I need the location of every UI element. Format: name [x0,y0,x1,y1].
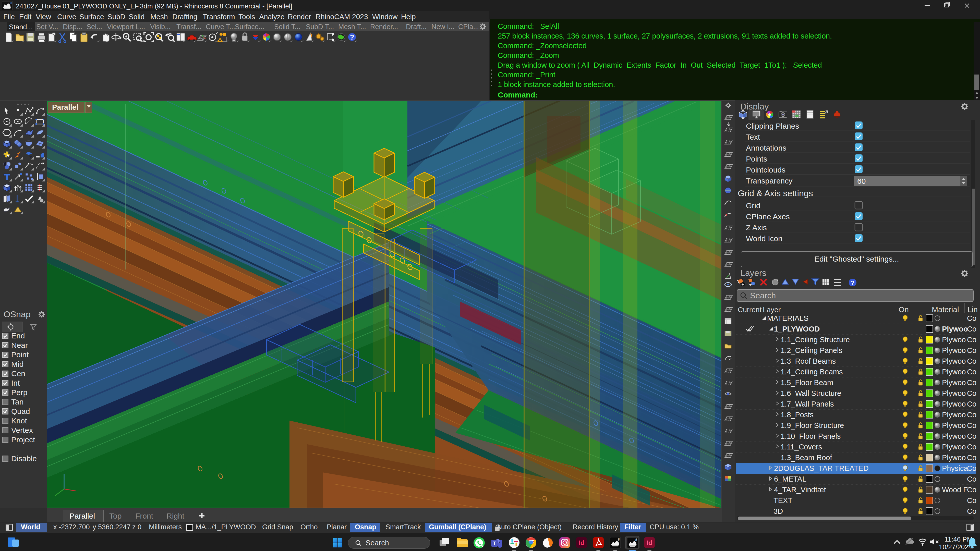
svg-text:Perp: Perp [11,388,27,397]
svg-text:Project: Project [11,435,35,444]
svg-text:Knot: Knot [11,416,27,425]
svg-text:Disable: Disable [11,454,37,463]
svg-text:8: 8 [618,537,620,541]
svg-text:8: 8 [635,538,637,541]
svg-text:Int: Int [11,379,20,387]
svg-text:Id: Id [647,539,652,546]
svg-text:Near: Near [11,341,28,349]
svg-text:?: ? [851,279,855,286]
svg-text:?: ? [350,33,354,41]
svg-text:60: 60 [857,177,865,185]
svg-text:Tan: Tan [11,398,24,406]
svg-text:Quad: Quad [11,407,30,416]
svg-text:8: 8 [11,2,12,5]
svg-text:T: T [493,540,496,546]
svg-text:Cen: Cen [11,369,25,378]
svg-text:Id: Id [579,539,584,546]
svg-text:OSnap: OSnap [3,309,31,319]
svg-text:Vertex: Vertex [11,426,33,434]
svg-text:Mid: Mid [11,360,24,368]
svg-text:End: End [11,332,25,340]
svg-text:Point: Point [11,350,29,359]
